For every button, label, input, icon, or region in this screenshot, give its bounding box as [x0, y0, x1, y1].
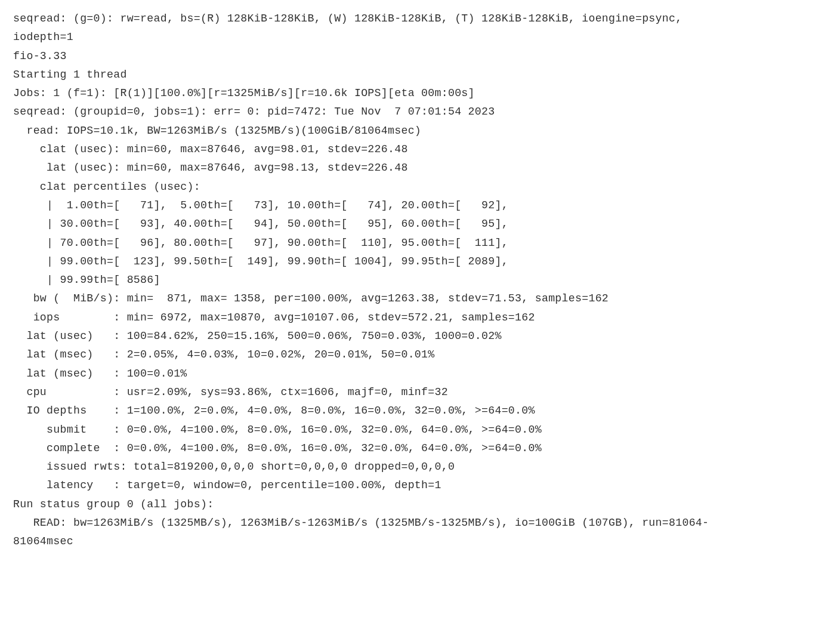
read-summary-line: read: IOPS=10.1k, BW=1263MiB/s (1325MB/s…	[13, 122, 827, 140]
read-run-status-line: READ: bw=1263MiB/s (1325MB/s), 1263MiB/s…	[13, 514, 827, 532]
run-status-header-line: Run status group 0 (all jobs):	[13, 495, 827, 514]
clat-percentiles-row: | 70.00th=[ 96], 80.00th=[ 97], 90.00th=…	[13, 234, 827, 252]
lat-stats-line: lat (usec): min=60, max=87646, avg=98.13…	[13, 159, 827, 177]
io-depths-line: IO depths : 1=100.0%, 2=0.0%, 4=0.0%, 8=…	[13, 402, 827, 420]
issued-rwts-line: issued rwts: total=819200,0,0,0 short=0,…	[13, 458, 827, 476]
clat-percentiles-row: | 99.00th=[ 123], 99.50th=[ 149], 99.90t…	[13, 252, 827, 271]
jobs-progress-line: Jobs: 1 (f=1): [R(1)][100.0%][r=1325MiB/…	[13, 84, 827, 103]
bandwidth-line: bw ( MiB/s): min= 871, max= 1358, per=10…	[13, 289, 827, 308]
lat-msec-distribution-line: lat (msec) : 100=0.01%	[13, 365, 827, 383]
starting-threads-line: Starting 1 thread	[13, 66, 827, 84]
complete-line: complete : 0=0.0%, 4=100.0%, 8=0.0%, 16=…	[13, 439, 827, 458]
cpu-line: cpu : usr=2.09%, sys=93.86%, ctx=1606, m…	[13, 383, 827, 402]
terminal-output: seqread: (g=0): rw=read, bs=(R) 128KiB-1…	[13, 10, 827, 551]
job-summary-header-line: seqread: (groupid=0, jobs=1): err= 0: pi…	[13, 103, 827, 121]
clat-percentiles-row: | 99.99th=[ 8586]	[13, 271, 827, 289]
clat-percentiles-row: | 1.00th=[ 71], 5.00th=[ 73], 10.00th=[ …	[13, 196, 827, 215]
clat-percentiles-header-line: clat percentiles (usec):	[13, 178, 827, 196]
read-run-status-continuation-line: 81064msec	[13, 532, 827, 551]
submit-line: submit : 0=0.0%, 4=100.0%, 8=0.0%, 16=0.…	[13, 421, 827, 439]
job-definition-line: seqread: (g=0): rw=read, bs=(R) 128KiB-1…	[13, 10, 827, 28]
latency-target-line: latency : target=0, window=0, percentile…	[13, 476, 827, 495]
fio-version-line: fio-3.33	[13, 47, 827, 66]
iodepth-line: iodepth=1	[13, 28, 827, 47]
iops-line: iops : min= 6972, max=10870, avg=10107.0…	[13, 309, 827, 327]
clat-stats-line: clat (usec): min=60, max=87646, avg=98.0…	[13, 140, 827, 159]
clat-percentiles-row: | 30.00th=[ 93], 40.00th=[ 94], 50.00th=…	[13, 215, 827, 233]
lat-usec-distribution-line: lat (usec) : 100=84.62%, 250=15.16%, 500…	[13, 327, 827, 346]
lat-msec-distribution-line: lat (msec) : 2=0.05%, 4=0.03%, 10=0.02%,…	[13, 346, 827, 364]
